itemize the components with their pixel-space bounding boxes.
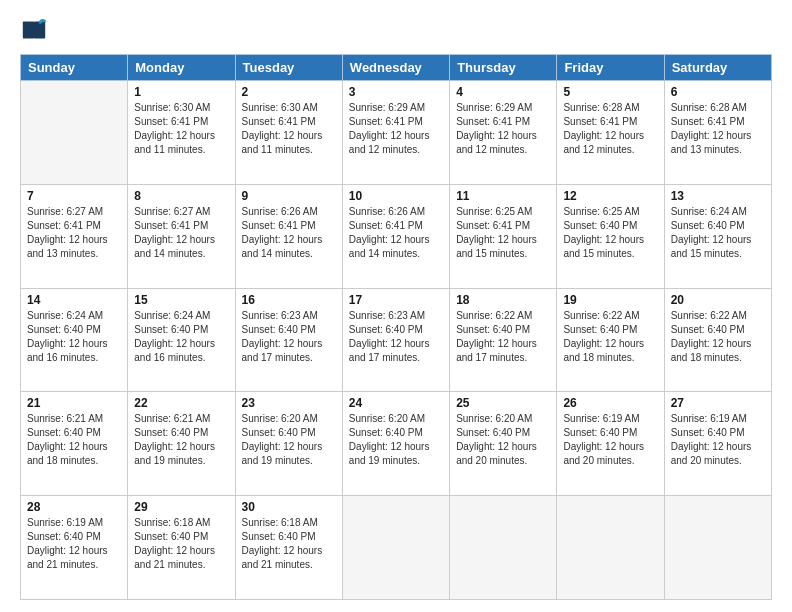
day-cell xyxy=(664,496,771,600)
day-cell: 13Sunrise: 6:24 AM Sunset: 6:40 PM Dayli… xyxy=(664,184,771,288)
day-info: Sunrise: 6:27 AM Sunset: 6:41 PM Dayligh… xyxy=(27,205,121,261)
day-number: 28 xyxy=(27,500,121,514)
day-info: Sunrise: 6:30 AM Sunset: 6:41 PM Dayligh… xyxy=(242,101,336,157)
day-info: Sunrise: 6:21 AM Sunset: 6:40 PM Dayligh… xyxy=(27,412,121,468)
header-saturday: Saturday xyxy=(664,55,771,81)
day-number: 12 xyxy=(563,189,657,203)
day-cell: 22Sunrise: 6:21 AM Sunset: 6:40 PM Dayli… xyxy=(128,392,235,496)
week-row-1: 1Sunrise: 6:30 AM Sunset: 6:41 PM Daylig… xyxy=(21,81,772,185)
day-cell: 3Sunrise: 6:29 AM Sunset: 6:41 PM Daylig… xyxy=(342,81,449,185)
header-sunday: Sunday xyxy=(21,55,128,81)
day-info: Sunrise: 6:24 AM Sunset: 6:40 PM Dayligh… xyxy=(134,309,228,365)
day-info: Sunrise: 6:30 AM Sunset: 6:41 PM Dayligh… xyxy=(134,101,228,157)
header-wednesday: Wednesday xyxy=(342,55,449,81)
page: SundayMondayTuesdayWednesdayThursdayFrid… xyxy=(0,0,792,612)
day-info: Sunrise: 6:24 AM Sunset: 6:40 PM Dayligh… xyxy=(671,205,765,261)
day-info: Sunrise: 6:25 AM Sunset: 6:40 PM Dayligh… xyxy=(563,205,657,261)
day-info: Sunrise: 6:26 AM Sunset: 6:41 PM Dayligh… xyxy=(349,205,443,261)
day-info: Sunrise: 6:24 AM Sunset: 6:40 PM Dayligh… xyxy=(27,309,121,365)
day-info: Sunrise: 6:29 AM Sunset: 6:41 PM Dayligh… xyxy=(456,101,550,157)
day-cell: 11Sunrise: 6:25 AM Sunset: 6:41 PM Dayli… xyxy=(450,184,557,288)
week-row-5: 28Sunrise: 6:19 AM Sunset: 6:40 PM Dayli… xyxy=(21,496,772,600)
day-cell: 28Sunrise: 6:19 AM Sunset: 6:40 PM Dayli… xyxy=(21,496,128,600)
logo-icon xyxy=(20,16,48,44)
day-cell: 6Sunrise: 6:28 AM Sunset: 6:41 PM Daylig… xyxy=(664,81,771,185)
day-number: 7 xyxy=(27,189,121,203)
day-number: 13 xyxy=(671,189,765,203)
day-cell: 23Sunrise: 6:20 AM Sunset: 6:40 PM Dayli… xyxy=(235,392,342,496)
day-cell: 18Sunrise: 6:22 AM Sunset: 6:40 PM Dayli… xyxy=(450,288,557,392)
day-info: Sunrise: 6:25 AM Sunset: 6:41 PM Dayligh… xyxy=(456,205,550,261)
day-info: Sunrise: 6:28 AM Sunset: 6:41 PM Dayligh… xyxy=(671,101,765,157)
day-cell: 21Sunrise: 6:21 AM Sunset: 6:40 PM Dayli… xyxy=(21,392,128,496)
day-info: Sunrise: 6:19 AM Sunset: 6:40 PM Dayligh… xyxy=(671,412,765,468)
day-cell xyxy=(21,81,128,185)
day-info: Sunrise: 6:18 AM Sunset: 6:40 PM Dayligh… xyxy=(134,516,228,572)
day-cell: 9Sunrise: 6:26 AM Sunset: 6:41 PM Daylig… xyxy=(235,184,342,288)
day-cell: 30Sunrise: 6:18 AM Sunset: 6:40 PM Dayli… xyxy=(235,496,342,600)
day-info: Sunrise: 6:22 AM Sunset: 6:40 PM Dayligh… xyxy=(671,309,765,365)
header-thursday: Thursday xyxy=(450,55,557,81)
day-cell xyxy=(450,496,557,600)
day-cell: 24Sunrise: 6:20 AM Sunset: 6:40 PM Dayli… xyxy=(342,392,449,496)
day-info: Sunrise: 6:26 AM Sunset: 6:41 PM Dayligh… xyxy=(242,205,336,261)
day-cell: 4Sunrise: 6:29 AM Sunset: 6:41 PM Daylig… xyxy=(450,81,557,185)
header-tuesday: Tuesday xyxy=(235,55,342,81)
day-number: 15 xyxy=(134,293,228,307)
day-number: 29 xyxy=(134,500,228,514)
day-number: 21 xyxy=(27,396,121,410)
day-info: Sunrise: 6:20 AM Sunset: 6:40 PM Dayligh… xyxy=(242,412,336,468)
day-number: 30 xyxy=(242,500,336,514)
day-cell: 26Sunrise: 6:19 AM Sunset: 6:40 PM Dayli… xyxy=(557,392,664,496)
calendar-table: SundayMondayTuesdayWednesdayThursdayFrid… xyxy=(20,54,772,600)
day-number: 1 xyxy=(134,85,228,99)
day-number: 18 xyxy=(456,293,550,307)
day-info: Sunrise: 6:21 AM Sunset: 6:40 PM Dayligh… xyxy=(134,412,228,468)
day-cell: 25Sunrise: 6:20 AM Sunset: 6:40 PM Dayli… xyxy=(450,392,557,496)
day-info: Sunrise: 6:27 AM Sunset: 6:41 PM Dayligh… xyxy=(134,205,228,261)
day-number: 17 xyxy=(349,293,443,307)
day-number: 3 xyxy=(349,85,443,99)
day-cell: 17Sunrise: 6:23 AM Sunset: 6:40 PM Dayli… xyxy=(342,288,449,392)
day-cell: 1Sunrise: 6:30 AM Sunset: 6:41 PM Daylig… xyxy=(128,81,235,185)
day-number: 20 xyxy=(671,293,765,307)
day-info: Sunrise: 6:18 AM Sunset: 6:40 PM Dayligh… xyxy=(242,516,336,572)
day-info: Sunrise: 6:19 AM Sunset: 6:40 PM Dayligh… xyxy=(27,516,121,572)
day-info: Sunrise: 6:19 AM Sunset: 6:40 PM Dayligh… xyxy=(563,412,657,468)
calendar-header-row: SundayMondayTuesdayWednesdayThursdayFrid… xyxy=(21,55,772,81)
day-cell xyxy=(342,496,449,600)
week-row-4: 21Sunrise: 6:21 AM Sunset: 6:40 PM Dayli… xyxy=(21,392,772,496)
day-number: 26 xyxy=(563,396,657,410)
day-cell: 8Sunrise: 6:27 AM Sunset: 6:41 PM Daylig… xyxy=(128,184,235,288)
day-cell: 16Sunrise: 6:23 AM Sunset: 6:40 PM Dayli… xyxy=(235,288,342,392)
header-friday: Friday xyxy=(557,55,664,81)
day-number: 8 xyxy=(134,189,228,203)
day-info: Sunrise: 6:23 AM Sunset: 6:40 PM Dayligh… xyxy=(349,309,443,365)
day-cell: 5Sunrise: 6:28 AM Sunset: 6:41 PM Daylig… xyxy=(557,81,664,185)
svg-rect-1 xyxy=(23,22,34,39)
day-cell: 19Sunrise: 6:22 AM Sunset: 6:40 PM Dayli… xyxy=(557,288,664,392)
day-number: 10 xyxy=(349,189,443,203)
header-monday: Monday xyxy=(128,55,235,81)
day-number: 14 xyxy=(27,293,121,307)
day-number: 4 xyxy=(456,85,550,99)
day-number: 2 xyxy=(242,85,336,99)
day-cell: 20Sunrise: 6:22 AM Sunset: 6:40 PM Dayli… xyxy=(664,288,771,392)
day-cell: 14Sunrise: 6:24 AM Sunset: 6:40 PM Dayli… xyxy=(21,288,128,392)
day-info: Sunrise: 6:22 AM Sunset: 6:40 PM Dayligh… xyxy=(456,309,550,365)
day-info: Sunrise: 6:28 AM Sunset: 6:41 PM Dayligh… xyxy=(563,101,657,157)
day-cell: 15Sunrise: 6:24 AM Sunset: 6:40 PM Dayli… xyxy=(128,288,235,392)
day-info: Sunrise: 6:20 AM Sunset: 6:40 PM Dayligh… xyxy=(456,412,550,468)
header xyxy=(20,16,772,44)
day-number: 24 xyxy=(349,396,443,410)
day-number: 25 xyxy=(456,396,550,410)
logo xyxy=(20,16,52,44)
day-cell: 2Sunrise: 6:30 AM Sunset: 6:41 PM Daylig… xyxy=(235,81,342,185)
day-number: 16 xyxy=(242,293,336,307)
day-cell: 10Sunrise: 6:26 AM Sunset: 6:41 PM Dayli… xyxy=(342,184,449,288)
day-info: Sunrise: 6:29 AM Sunset: 6:41 PM Dayligh… xyxy=(349,101,443,157)
day-number: 27 xyxy=(671,396,765,410)
day-info: Sunrise: 6:22 AM Sunset: 6:40 PM Dayligh… xyxy=(563,309,657,365)
day-number: 9 xyxy=(242,189,336,203)
week-row-3: 14Sunrise: 6:24 AM Sunset: 6:40 PM Dayli… xyxy=(21,288,772,392)
